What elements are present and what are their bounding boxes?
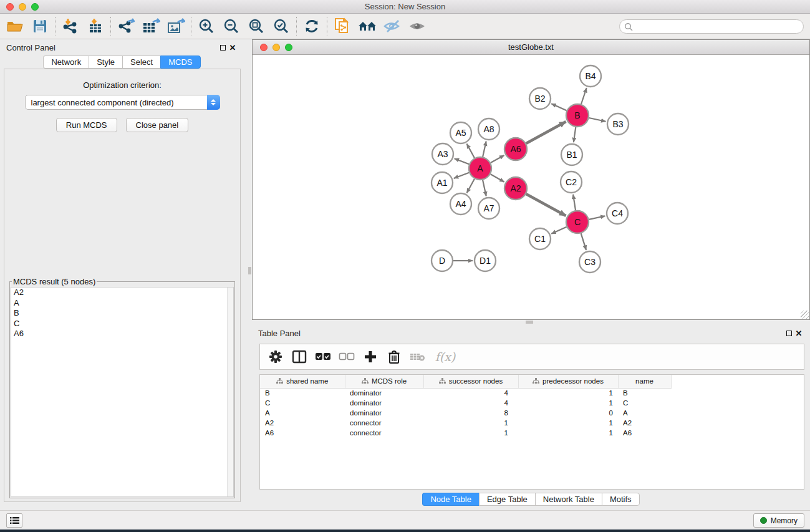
delete-column-button[interactable] [383, 346, 405, 367]
cell[interactable]: 4 [423, 388, 518, 398]
result-item-a2[interactable]: A2 [11, 288, 227, 298]
result-item-b[interactable]: B [11, 308, 227, 319]
table-row-c[interactable]: Cdominator41C [260, 398, 671, 408]
edge-b-b1[interactable] [574, 127, 576, 142]
tab-network[interactable]: Network [43, 56, 89, 69]
zoom-in-button[interactable] [194, 16, 219, 37]
mcds-result-list[interactable]: A2ABCA6 [11, 287, 234, 497]
minimize-window-button[interactable] [19, 3, 26, 11]
maximize-window-button[interactable] [31, 3, 39, 11]
zoom-out-button[interactable] [219, 16, 244, 37]
table-row-a6[interactable]: A6connector11A6 [260, 428, 671, 438]
cell[interactable]: A6 [260, 428, 345, 438]
edge-c-c4[interactable] [589, 216, 605, 220]
tab-node-table[interactable]: Node Table [422, 493, 479, 506]
column-header-shared-name[interactable]: shared name [260, 375, 345, 388]
cell[interactable]: C [618, 398, 671, 408]
result-item-c[interactable]: C [11, 319, 227, 329]
panel-divider-grip[interactable] [248, 267, 251, 274]
cell[interactable]: 1 [518, 418, 618, 428]
column-header-successor-nodes[interactable]: successor nodes [423, 375, 518, 388]
edge-c-c3[interactable] [581, 233, 586, 250]
column-header-mcds-role[interactable]: MCDS role [345, 375, 423, 388]
cell[interactable]: A [260, 408, 345, 418]
result-item-a[interactable]: A [11, 298, 227, 309]
tab-network-table[interactable]: Network Table [535, 493, 602, 506]
edge-a-a3[interactable] [455, 158, 470, 164]
memory-button[interactable]: Memory [753, 513, 804, 528]
network-maximize-button[interactable] [285, 44, 292, 51]
close-panel-button[interactable]: Close panel [126, 118, 189, 132]
edge-a-a2[interactable] [491, 174, 504, 181]
deselect-all-columns-button[interactable] [336, 346, 357, 367]
edge-c-c1[interactable] [551, 227, 566, 234]
cell[interactable]: 0 [518, 408, 618, 418]
cell[interactable]: 8 [423, 408, 518, 418]
edge-a-a8[interactable] [483, 142, 486, 157]
delete-table-button[interactable] [407, 346, 428, 367]
control-panel-close-button[interactable]: ✕ [228, 42, 238, 52]
cell[interactable]: C [260, 398, 345, 408]
function-builder-button[interactable]: f(x) [431, 346, 460, 367]
cell[interactable]: connector [345, 428, 423, 438]
table-row-a2[interactable]: A2connector11A2 [260, 418, 671, 428]
cell[interactable]: dominator [345, 388, 423, 398]
edge-a2-c[interactable] [526, 194, 566, 216]
tab-edge-table[interactable]: Edge Table [479, 493, 535, 506]
export-table-button[interactable] [138, 16, 163, 37]
cell[interactable]: 1 [518, 428, 618, 438]
edge-a-a7[interactable] [483, 180, 486, 196]
result-scrollbar[interactable] [227, 288, 233, 496]
export-network-button[interactable] [113, 16, 138, 37]
tab-style[interactable]: Style [89, 56, 122, 69]
open-session-button[interactable] [2, 16, 27, 37]
cell[interactable]: dominator [345, 398, 423, 408]
tab-motifs[interactable]: Motifs [602, 493, 640, 506]
horizontal-divider-grip[interactable] [526, 321, 533, 324]
apply-layout-button[interactable] [299, 16, 324, 37]
network-graph[interactable]: B4B2BB3A5A8A6A3B1AA1C2A2A4A7C4CC1DD1C3 [253, 56, 809, 319]
cell[interactable]: B [618, 388, 671, 398]
edge-a-a6[interactable] [491, 155, 504, 163]
control-panel-float-button[interactable] [218, 42, 228, 52]
cell[interactable]: B [260, 388, 345, 398]
cell[interactable]: 4 [423, 398, 518, 408]
table-row-b[interactable]: Bdominator41B [260, 388, 671, 398]
table-panel-float-button[interactable] [784, 328, 794, 338]
import-table-button[interactable] [83, 16, 108, 37]
export-image-button[interactable] [163, 16, 188, 37]
search-input[interactable] [633, 22, 803, 31]
import-network-button[interactable] [58, 16, 83, 37]
cell[interactable]: dominator [345, 408, 423, 418]
add-column-button[interactable] [360, 346, 381, 367]
tab-select[interactable]: Select [122, 56, 160, 69]
first-neighbors-button[interactable] [355, 16, 380, 37]
column-header-predecessor-nodes[interactable]: predecessor nodes [518, 375, 618, 388]
edge-a-a5[interactable] [467, 144, 475, 158]
zoom-selected-button[interactable] [269, 16, 294, 37]
split-view-button[interactable] [289, 346, 310, 367]
table-panel-close-button[interactable]: ✕ [794, 328, 804, 338]
cell[interactable]: connector [345, 418, 423, 428]
save-session-button[interactable] [27, 16, 52, 37]
select-all-columns-button[interactable] [312, 346, 334, 367]
close-window-button[interactable] [6, 3, 14, 11]
table-row-a[interactable]: Adominator80A [260, 408, 671, 418]
tab-mcds[interactable]: MCDS [160, 56, 200, 69]
edge-b-b4[interactable] [581, 88, 587, 104]
cell[interactable]: A2 [618, 418, 671, 428]
edge-a6-b[interactable] [526, 122, 566, 143]
cell[interactable]: 1 [423, 418, 518, 428]
show-all-button[interactable] [405, 16, 430, 37]
cell[interactable]: A [618, 408, 671, 418]
cell[interactable]: A6 [618, 428, 671, 438]
edge-b-b3[interactable] [589, 118, 606, 122]
edge-a-a4[interactable] [467, 179, 475, 193]
new-network-from-selection-button[interactable] [330, 16, 355, 37]
table-settings-button[interactable] [265, 346, 286, 367]
zoom-fit-button[interactable] [244, 16, 269, 37]
cell[interactable]: 1 [423, 428, 518, 438]
task-history-button[interactable] [6, 513, 22, 528]
cell[interactable]: A2 [260, 418, 345, 428]
criterion-dropdown[interactable]: largest connected component (directed) [25, 95, 220, 110]
